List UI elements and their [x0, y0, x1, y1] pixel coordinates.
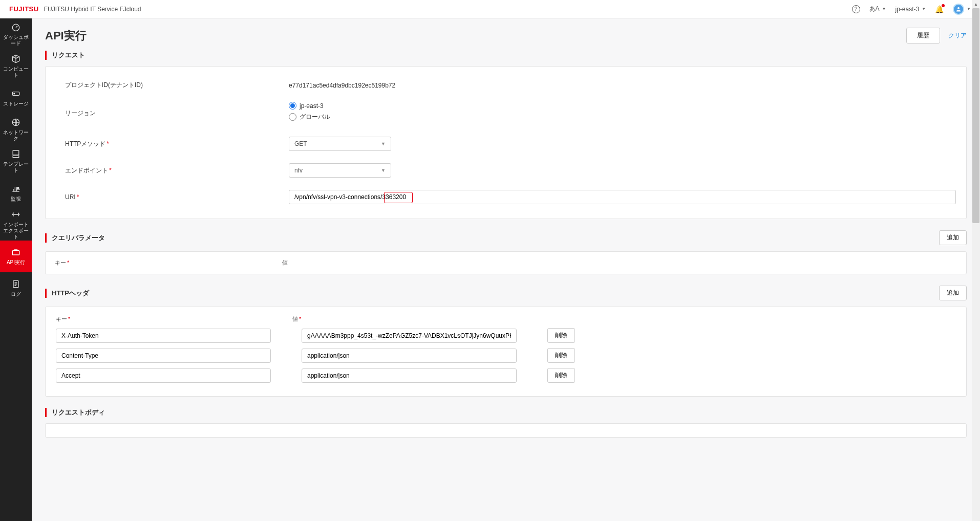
user-menu[interactable]: ▼ — [953, 4, 971, 15]
sidebar-item-api-execution[interactable]: API実行 — [0, 241, 32, 272]
sidebar-item-label: 監視 — [11, 196, 21, 202]
sidebar-item-log[interactable]: ログ — [0, 272, 32, 304]
sidebar-item-label: インポート エクスポート — [1, 222, 31, 240]
query-key-header: キー* — [46, 259, 282, 267]
project-id-value: e77d171ac5ed4dfa9dbc192ec5199b72 — [289, 82, 956, 89]
query-params-card: キー* 値 — [45, 251, 967, 274]
avatar-icon — [953, 4, 964, 15]
sidebar-item-label: ストレージ — [3, 101, 29, 107]
header-key-col: キー* — [56, 315, 292, 323]
section-headers-header: HTTPヘッダ — [45, 289, 89, 298]
http-method-label: HTTPメソッド* — [56, 140, 289, 148]
sidebar-item-compute[interactable]: コンピュート — [0, 50, 32, 82]
request-card: プロジェクトID(テナントID) e77d171ac5ed4dfa9dbc192… — [45, 66, 967, 219]
header-value-input[interactable] — [302, 368, 517, 383]
query-value-header: 値 — [282, 259, 966, 267]
gauge-icon — [11, 22, 21, 32]
svg-point-1 — [12, 24, 19, 31]
sidebar-item-label: ネットワーク — [1, 129, 31, 142]
svg-rect-6 — [13, 156, 19, 157]
sidebar-item-network[interactable]: ネットワーク — [0, 114, 32, 145]
header-delete-button[interactable]: 削除 — [547, 328, 575, 343]
endpoint-select[interactable]: nfv▼ — [289, 163, 391, 178]
uri-input[interactable] — [289, 190, 956, 204]
help-icon: ? — [852, 5, 860, 13]
sidebar-item-label: ダッシュボード — [1, 34, 31, 47]
lang-icon: あA — [869, 5, 880, 13]
sidebar-item-label: コンピュート — [1, 66, 31, 78]
region-dropdown[interactable]: jp-east-3▼ — [895, 6, 926, 13]
svg-point-0 — [957, 7, 960, 9]
history-button[interactable]: 履歴 — [906, 28, 940, 44]
sidebar-item-dashboard[interactable]: ダッシュボード — [0, 18, 32, 50]
query-add-button[interactable]: 追加 — [939, 230, 967, 245]
svg-rect-5 — [13, 150, 19, 155]
section-body-header: リクエストボディ — [45, 408, 967, 417]
region-option-jp-east-3[interactable]: jp-east-3 — [289, 102, 956, 110]
chevron-down-icon: ▼ — [381, 141, 386, 146]
uri-label: URI* — [56, 193, 289, 201]
sidebar-item-label: テンプレート — [1, 161, 31, 173]
header-row: 削除 — [56, 348, 956, 363]
notification-dot — [942, 4, 945, 7]
chevron-down-icon: ▼ — [922, 7, 926, 11]
header-key-input[interactable] — [56, 368, 271, 383]
region-label: リージョン — [56, 109, 289, 118]
svg-rect-7 — [12, 251, 19, 255]
drive-icon — [11, 89, 21, 99]
header-row: 削除 — [56, 368, 956, 383]
http-headers-card: キー* 値* 削除 削除 削除 — [45, 307, 967, 397]
header-value-col: 値* — [292, 315, 956, 323]
product-title: FUJITSU Hybrid IT Service FJcloud — [44, 6, 141, 13]
header-row: 削除 — [56, 328, 956, 343]
topbar: FUJITSU FUJITSU Hybrid IT Service FJclou… — [0, 0, 980, 18]
scrollbar[interactable]: ▲ — [972, 0, 980, 521]
chart-bell-icon — [11, 184, 21, 194]
header-key-input[interactable] — [56, 349, 271, 363]
region-label: jp-east-3 — [895, 6, 919, 13]
page-title: API実行 — [45, 28, 87, 44]
sidebar: ダッシュボード コンピュート ストレージ ネットワーク テンプレート 監視 イン… — [0, 18, 32, 521]
logo: FUJITSU — [9, 5, 39, 13]
header-key-input[interactable] — [56, 329, 271, 343]
help-button[interactable]: ? — [852, 5, 860, 13]
chevron-down-icon: ▼ — [882, 7, 886, 11]
cube-icon — [11, 54, 21, 64]
language-switcher[interactable]: あA▼ — [869, 5, 886, 13]
globe-icon — [11, 117, 21, 127]
sidebar-item-monitoring[interactable]: 監視 — [0, 177, 32, 209]
scroll-up-icon[interactable]: ▲ — [972, 0, 980, 8]
scrollbar-thumb[interactable] — [972, 8, 979, 223]
toolbox-icon — [11, 247, 21, 257]
svg-point-3 — [14, 93, 15, 94]
section-query-header: クエリパラメータ — [45, 233, 105, 243]
project-id-label: プロジェクトID(テナントID) — [56, 81, 289, 90]
region-radio[interactable] — [289, 102, 296, 110]
document-icon — [11, 279, 21, 289]
sidebar-item-label: API実行 — [7, 259, 25, 266]
header-delete-button[interactable]: 削除 — [547, 348, 575, 363]
section-request-header: リクエスト — [45, 51, 967, 60]
header-value-input[interactable] — [302, 349, 517, 363]
main-content: API実行 履歴 クリア リクエスト プロジェクトID(テナントID) e77d… — [32, 18, 980, 521]
request-body-box[interactable] — [45, 423, 967, 438]
sidebar-item-storage[interactable]: ストレージ — [0, 82, 32, 114]
http-method-select[interactable]: GET▼ — [289, 137, 391, 151]
layers-icon — [11, 149, 21, 159]
header-delete-button[interactable]: 削除 — [547, 368, 575, 383]
header-value-input[interactable] — [302, 329, 517, 343]
sidebar-item-template[interactable]: テンプレート — [0, 145, 32, 177]
chevron-down-icon: ▼ — [381, 168, 386, 173]
transfer-icon — [11, 209, 21, 220]
sidebar-item-import-export[interactable]: インポート エクスポート — [0, 209, 32, 241]
region-radio[interactable] — [289, 113, 296, 121]
region-option-global[interactable]: グローバル — [289, 113, 956, 121]
clear-button[interactable]: クリア — [948, 31, 967, 40]
sidebar-item-label: ログ — [11, 291, 21, 297]
notifications-button[interactable]: 🔔 — [935, 5, 944, 13]
headers-add-button[interactable]: 追加 — [939, 286, 967, 300]
chevron-down-icon: ▼ — [967, 7, 971, 11]
endpoint-label: エンドポイント* — [56, 166, 289, 175]
